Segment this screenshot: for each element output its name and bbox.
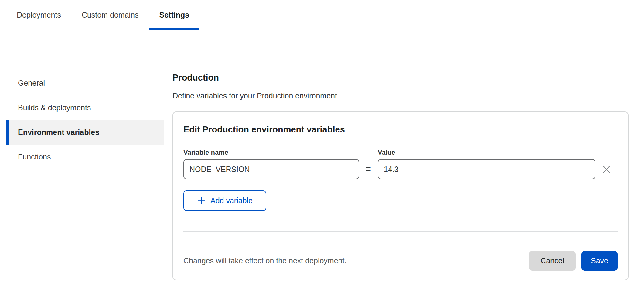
card-title: Edit Production environment variables <box>183 124 618 135</box>
add-variable-label: Add variable <box>210 196 253 205</box>
card-divider <box>183 231 618 232</box>
close-icon <box>602 165 611 174</box>
variable-name-label: Variable name <box>183 148 359 156</box>
sidebar-item-functions[interactable]: Functions <box>6 145 164 169</box>
variable-value-field-group: Value <box>378 148 595 179</box>
environment-variables-card: Edit Production environment variables Va… <box>172 111 629 280</box>
tab-custom-domains[interactable]: Custom domains <box>71 0 149 30</box>
variable-value-input[interactable] <box>378 159 595 179</box>
section-description: Define variables for your Production env… <box>172 91 629 100</box>
main-content: Production Define variables for your Pro… <box>172 0 629 280</box>
add-variable-button[interactable]: Add variable <box>183 190 266 211</box>
plus-icon <box>197 196 206 205</box>
variable-row: Variable name = Value <box>183 148 618 179</box>
sidebar-item-general[interactable]: General <box>6 71 164 95</box>
tab-deployments[interactable]: Deployments <box>6 0 71 30</box>
cancel-button[interactable]: Cancel <box>529 251 576 271</box>
remove-variable-button[interactable] <box>595 159 618 179</box>
card-footer: Changes will take effect on the next dep… <box>183 251 618 271</box>
variable-name-input[interactable] <box>183 159 359 179</box>
equals-sign: = <box>359 159 378 179</box>
deployment-note: Changes will take effect on the next dep… <box>183 256 529 265</box>
save-button[interactable]: Save <box>581 251 618 271</box>
variable-value-label: Value <box>378 148 595 156</box>
section-title: Production <box>172 72 629 83</box>
sidebar-item-builds-deployments[interactable]: Builds & deployments <box>6 95 164 120</box>
variable-name-field-group: Variable name <box>183 148 359 179</box>
settings-sidebar: General Builds & deployments Environment… <box>6 71 164 169</box>
sidebar-item-environment-variables[interactable]: Environment variables <box>6 120 164 145</box>
